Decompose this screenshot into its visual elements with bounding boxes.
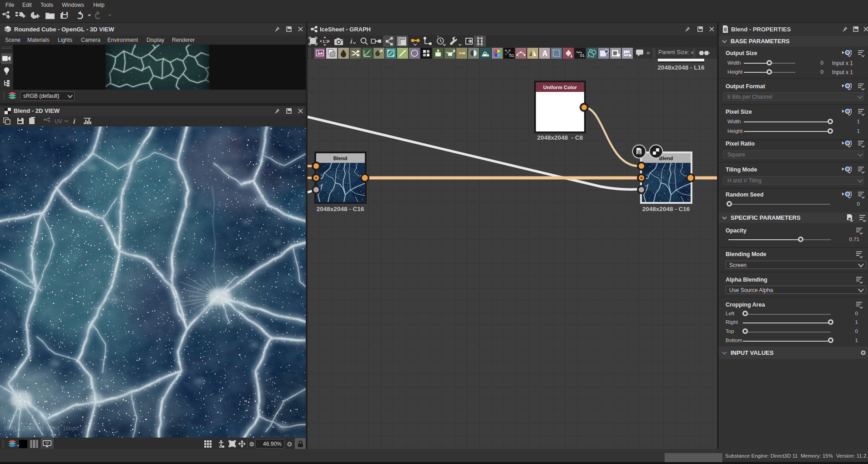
svg-text:01: 01 bbox=[580, 53, 585, 58]
svg-text:Uniform Color: Uniform Color bbox=[543, 85, 577, 90]
svg-text:01: 01 bbox=[510, 53, 514, 58]
svg-text:Blend: Blend bbox=[333, 156, 348, 161]
svg-text:UV: UV bbox=[55, 118, 62, 125]
svg-text:A: A bbox=[542, 50, 548, 57]
svg-text:1:1: 1:1 bbox=[323, 39, 328, 44]
svg-text:i: i bbox=[350, 37, 353, 45]
svg-text:Blend: Blend bbox=[659, 156, 673, 161]
svg-text:i: i bbox=[73, 117, 76, 125]
